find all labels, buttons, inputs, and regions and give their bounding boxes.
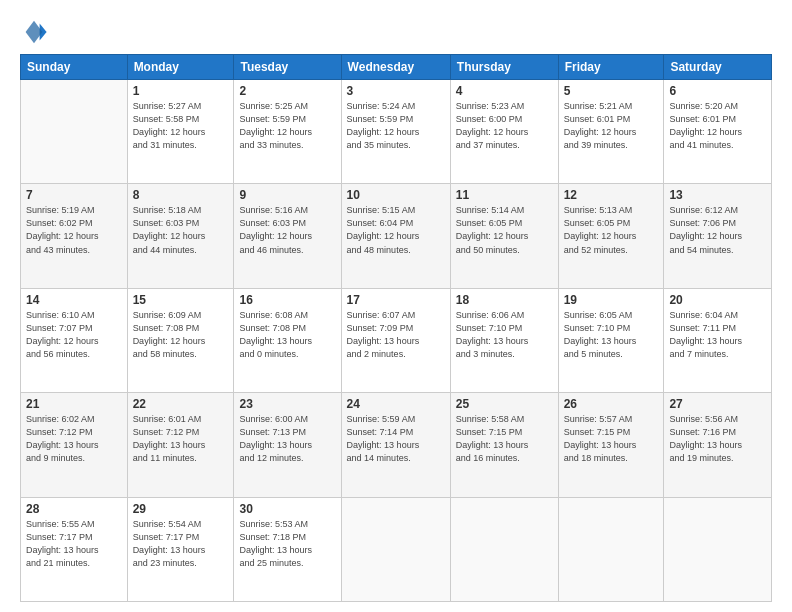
calendar-cell: 29Sunrise: 5:54 AM Sunset: 7:17 PM Dayli… [127,497,234,601]
day-info: Sunrise: 5:23 AM Sunset: 6:00 PM Dayligh… [456,100,553,152]
calendar-cell: 16Sunrise: 6:08 AM Sunset: 7:08 PM Dayli… [234,288,341,392]
page: SundayMondayTuesdayWednesdayThursdayFrid… [0,0,792,612]
day-number: 25 [456,397,553,411]
day-info: Sunrise: 5:15 AM Sunset: 6:04 PM Dayligh… [347,204,445,256]
day-info: Sunrise: 6:04 AM Sunset: 7:11 PM Dayligh… [669,309,766,361]
calendar-cell: 6Sunrise: 5:20 AM Sunset: 6:01 PM Daylig… [664,80,772,184]
day-number: 10 [347,188,445,202]
day-number: 17 [347,293,445,307]
calendar-cell: 30Sunrise: 5:53 AM Sunset: 7:18 PM Dayli… [234,497,341,601]
calendar-cell [21,80,128,184]
weekday-header-sunday: Sunday [21,55,128,80]
calendar-cell: 18Sunrise: 6:06 AM Sunset: 7:10 PM Dayli… [450,288,558,392]
day-number: 29 [133,502,229,516]
weekday-header-monday: Monday [127,55,234,80]
day-number: 3 [347,84,445,98]
calendar-week-2: 7Sunrise: 5:19 AM Sunset: 6:02 PM Daylig… [21,184,772,288]
day-number: 11 [456,188,553,202]
calendar-cell: 5Sunrise: 5:21 AM Sunset: 6:01 PM Daylig… [558,80,664,184]
day-number: 26 [564,397,659,411]
calendar-week-5: 28Sunrise: 5:55 AM Sunset: 7:17 PM Dayli… [21,497,772,601]
day-info: Sunrise: 6:06 AM Sunset: 7:10 PM Dayligh… [456,309,553,361]
day-info: Sunrise: 5:25 AM Sunset: 5:59 PM Dayligh… [239,100,335,152]
day-info: Sunrise: 5:57 AM Sunset: 7:15 PM Dayligh… [564,413,659,465]
calendar-cell: 23Sunrise: 6:00 AM Sunset: 7:13 PM Dayli… [234,393,341,497]
day-info: Sunrise: 5:56 AM Sunset: 7:16 PM Dayligh… [669,413,766,465]
day-info: Sunrise: 5:14 AM Sunset: 6:05 PM Dayligh… [456,204,553,256]
calendar-cell: 8Sunrise: 5:18 AM Sunset: 6:03 PM Daylig… [127,184,234,288]
calendar-cell: 10Sunrise: 5:15 AM Sunset: 6:04 PM Dayli… [341,184,450,288]
calendar-table: SundayMondayTuesdayWednesdayThursdayFrid… [20,54,772,602]
calendar-week-3: 14Sunrise: 6:10 AM Sunset: 7:07 PM Dayli… [21,288,772,392]
calendar-cell: 22Sunrise: 6:01 AM Sunset: 7:12 PM Dayli… [127,393,234,497]
calendar-cell: 13Sunrise: 6:12 AM Sunset: 7:06 PM Dayli… [664,184,772,288]
day-number: 6 [669,84,766,98]
day-info: Sunrise: 5:59 AM Sunset: 7:14 PM Dayligh… [347,413,445,465]
weekday-header-row: SundayMondayTuesdayWednesdayThursdayFrid… [21,55,772,80]
day-number: 13 [669,188,766,202]
weekday-header-thursday: Thursday [450,55,558,80]
day-number: 2 [239,84,335,98]
day-number: 22 [133,397,229,411]
day-number: 23 [239,397,335,411]
day-number: 15 [133,293,229,307]
day-info: Sunrise: 6:07 AM Sunset: 7:09 PM Dayligh… [347,309,445,361]
day-number: 27 [669,397,766,411]
day-number: 16 [239,293,335,307]
day-info: Sunrise: 5:24 AM Sunset: 5:59 PM Dayligh… [347,100,445,152]
logo-icon [20,18,48,46]
weekday-header-saturday: Saturday [664,55,772,80]
calendar-cell: 14Sunrise: 6:10 AM Sunset: 7:07 PM Dayli… [21,288,128,392]
calendar-cell [450,497,558,601]
calendar-week-1: 1Sunrise: 5:27 AM Sunset: 5:58 PM Daylig… [21,80,772,184]
header [20,18,772,46]
day-number: 28 [26,502,122,516]
day-info: Sunrise: 5:19 AM Sunset: 6:02 PM Dayligh… [26,204,122,256]
calendar-cell: 12Sunrise: 5:13 AM Sunset: 6:05 PM Dayli… [558,184,664,288]
calendar-cell: 19Sunrise: 6:05 AM Sunset: 7:10 PM Dayli… [558,288,664,392]
day-number: 18 [456,293,553,307]
calendar-cell: 15Sunrise: 6:09 AM Sunset: 7:08 PM Dayli… [127,288,234,392]
day-info: Sunrise: 5:18 AM Sunset: 6:03 PM Dayligh… [133,204,229,256]
day-number: 8 [133,188,229,202]
day-info: Sunrise: 5:54 AM Sunset: 7:17 PM Dayligh… [133,518,229,570]
day-number: 21 [26,397,122,411]
day-info: Sunrise: 6:08 AM Sunset: 7:08 PM Dayligh… [239,309,335,361]
day-info: Sunrise: 6:05 AM Sunset: 7:10 PM Dayligh… [564,309,659,361]
calendar-cell: 1Sunrise: 5:27 AM Sunset: 5:58 PM Daylig… [127,80,234,184]
day-info: Sunrise: 5:20 AM Sunset: 6:01 PM Dayligh… [669,100,766,152]
calendar-cell: 25Sunrise: 5:58 AM Sunset: 7:15 PM Dayli… [450,393,558,497]
day-info: Sunrise: 5:21 AM Sunset: 6:01 PM Dayligh… [564,100,659,152]
calendar-cell [341,497,450,601]
day-number: 4 [456,84,553,98]
calendar-cell: 20Sunrise: 6:04 AM Sunset: 7:11 PM Dayli… [664,288,772,392]
day-number: 1 [133,84,229,98]
calendar-cell [664,497,772,601]
calendar-week-4: 21Sunrise: 6:02 AM Sunset: 7:12 PM Dayli… [21,393,772,497]
day-info: Sunrise: 5:16 AM Sunset: 6:03 PM Dayligh… [239,204,335,256]
day-info: Sunrise: 5:55 AM Sunset: 7:17 PM Dayligh… [26,518,122,570]
day-number: 12 [564,188,659,202]
calendar-cell: 21Sunrise: 6:02 AM Sunset: 7:12 PM Dayli… [21,393,128,497]
calendar-cell: 7Sunrise: 5:19 AM Sunset: 6:02 PM Daylig… [21,184,128,288]
weekday-header-wednesday: Wednesday [341,55,450,80]
day-number: 30 [239,502,335,516]
day-number: 7 [26,188,122,202]
day-info: Sunrise: 5:58 AM Sunset: 7:15 PM Dayligh… [456,413,553,465]
calendar-cell: 17Sunrise: 6:07 AM Sunset: 7:09 PM Dayli… [341,288,450,392]
day-info: Sunrise: 6:10 AM Sunset: 7:07 PM Dayligh… [26,309,122,361]
day-number: 9 [239,188,335,202]
day-number: 5 [564,84,659,98]
calendar-cell: 28Sunrise: 5:55 AM Sunset: 7:17 PM Dayli… [21,497,128,601]
day-info: Sunrise: 6:02 AM Sunset: 7:12 PM Dayligh… [26,413,122,465]
day-info: Sunrise: 5:27 AM Sunset: 5:58 PM Dayligh… [133,100,229,152]
day-number: 19 [564,293,659,307]
logo [20,18,52,46]
calendar-cell [558,497,664,601]
day-info: Sunrise: 5:53 AM Sunset: 7:18 PM Dayligh… [239,518,335,570]
day-info: Sunrise: 6:00 AM Sunset: 7:13 PM Dayligh… [239,413,335,465]
calendar-cell: 11Sunrise: 5:14 AM Sunset: 6:05 PM Dayli… [450,184,558,288]
calendar-cell: 3Sunrise: 5:24 AM Sunset: 5:59 PM Daylig… [341,80,450,184]
day-info: Sunrise: 6:09 AM Sunset: 7:08 PM Dayligh… [133,309,229,361]
calendar-cell: 27Sunrise: 5:56 AM Sunset: 7:16 PM Dayli… [664,393,772,497]
